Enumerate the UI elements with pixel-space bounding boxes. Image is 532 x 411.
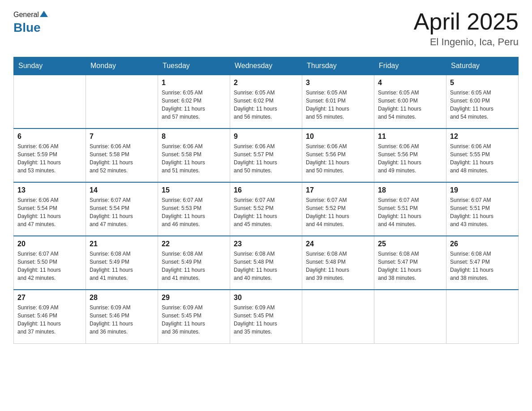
day-number: 12 [450,133,515,141]
day-number: 5 [450,79,515,87]
day-info: Sunrise: 6:06 AM Sunset: 5:59 PM Dayligh… [17,142,82,175]
day-info: Sunrise: 6:06 AM Sunset: 5:55 PM Dayligh… [450,142,515,175]
calendar-cell: 23Sunrise: 6:08 AM Sunset: 5:48 PM Dayli… [230,236,302,290]
calendar-cell: 1Sunrise: 6:05 AM Sunset: 6:02 PM Daylig… [158,75,230,128]
day-number: 6 [17,133,82,141]
day-number: 30 [234,294,298,302]
logo-area: General Blue [13,9,50,35]
day-info: Sunrise: 6:06 AM Sunset: 5:56 PM Dayligh… [378,142,442,175]
day-number: 26 [450,240,515,248]
calendar-header-sunday: Sunday [14,57,86,75]
calendar-header-saturday: Saturday [446,57,519,75]
calendar-cell: 21Sunrise: 6:08 AM Sunset: 5:49 PM Dayli… [86,236,158,290]
calendar-header-row: SundayMondayTuesdayWednesdayThursdayFrid… [14,57,519,75]
header: General Blue April 2025 El Ingenio, Ica,… [13,9,519,48]
day-number: 18 [378,186,442,194]
day-info: Sunrise: 6:07 AM Sunset: 5:51 PM Dayligh… [378,196,442,228]
day-number: 15 [162,186,226,194]
calendar-week-row: 27Sunrise: 6:09 AM Sunset: 5:46 PM Dayli… [14,290,519,343]
calendar-location: El Ingenio, Ica, Peru [414,36,519,48]
calendar-cell [446,290,519,343]
day-info: Sunrise: 6:06 AM Sunset: 5:56 PM Dayligh… [306,142,370,175]
calendar-cell: 7Sunrise: 6:06 AM Sunset: 5:58 PM Daylig… [86,128,158,182]
calendar-table: SundayMondayTuesdayWednesdayThursdayFrid… [13,57,519,344]
day-number: 24 [306,240,370,248]
day-info: Sunrise: 6:05 AM Sunset: 6:02 PM Dayligh… [234,89,298,121]
calendar-header-thursday: Thursday [302,57,374,75]
calendar-cell: 11Sunrise: 6:06 AM Sunset: 5:56 PM Dayli… [374,128,446,182]
calendar-week-row: 20Sunrise: 6:07 AM Sunset: 5:50 PM Dayli… [14,236,519,290]
day-info: Sunrise: 6:09 AM Sunset: 5:45 PM Dayligh… [162,304,226,336]
day-info: Sunrise: 6:05 AM Sunset: 6:00 PM Dayligh… [378,89,442,121]
day-info: Sunrise: 6:07 AM Sunset: 5:52 PM Dayligh… [306,196,370,228]
day-info: Sunrise: 6:08 AM Sunset: 5:48 PM Dayligh… [234,250,298,282]
day-info: Sunrise: 6:06 AM Sunset: 5:54 PM Dayligh… [17,196,82,228]
calendar-cell: 20Sunrise: 6:07 AM Sunset: 5:50 PM Dayli… [14,236,86,290]
day-info: Sunrise: 6:08 AM Sunset: 5:47 PM Dayligh… [378,250,442,282]
day-number: 14 [90,186,154,194]
calendar-cell: 22Sunrise: 6:08 AM Sunset: 5:49 PM Dayli… [158,236,230,290]
calendar-cell: 16Sunrise: 6:07 AM Sunset: 5:52 PM Dayli… [230,182,302,236]
calendar-cell: 25Sunrise: 6:08 AM Sunset: 5:47 PM Dayli… [374,236,446,290]
day-number: 21 [90,240,154,248]
calendar-cell [302,290,374,343]
calendar-cell: 15Sunrise: 6:07 AM Sunset: 5:53 PM Dayli… [158,182,230,236]
day-info: Sunrise: 6:07 AM Sunset: 5:54 PM Dayligh… [90,196,154,228]
day-info: Sunrise: 6:05 AM Sunset: 6:01 PM Dayligh… [306,89,370,121]
day-number: 4 [378,79,442,87]
day-number: 25 [378,240,442,248]
day-number: 3 [306,79,370,87]
day-info: Sunrise: 6:08 AM Sunset: 5:49 PM Dayligh… [90,250,154,282]
calendar-cell: 28Sunrise: 6:09 AM Sunset: 5:46 PM Dayli… [86,290,158,343]
day-number: 23 [234,240,298,248]
day-info: Sunrise: 6:08 AM Sunset: 5:49 PM Dayligh… [162,250,226,282]
day-number: 22 [162,240,226,248]
logo-triangle-icon [39,9,49,21]
day-info: Sunrise: 6:06 AM Sunset: 5:58 PM Dayligh… [162,142,226,175]
day-number: 13 [17,186,82,194]
calendar-cell: 6Sunrise: 6:06 AM Sunset: 5:59 PM Daylig… [14,128,86,182]
calendar-cell: 5Sunrise: 6:05 AM Sunset: 6:00 PM Daylig… [446,75,519,128]
calendar-cell: 9Sunrise: 6:06 AM Sunset: 5:57 PM Daylig… [230,128,302,182]
calendar-cell: 18Sunrise: 6:07 AM Sunset: 5:51 PM Dayli… [374,182,446,236]
day-number: 8 [162,133,226,141]
logo-blue-text: Blue [13,21,41,35]
day-info: Sunrise: 6:06 AM Sunset: 5:57 PM Dayligh… [234,142,298,175]
logo-general-text: General [13,11,39,19]
calendar-header-wednesday: Wednesday [230,57,302,75]
calendar-cell [14,75,86,128]
calendar-week-row: 6Sunrise: 6:06 AM Sunset: 5:59 PM Daylig… [14,128,519,182]
calendar-cell: 14Sunrise: 6:07 AM Sunset: 5:54 PM Dayli… [86,182,158,236]
day-number: 11 [378,133,442,141]
day-info: Sunrise: 6:07 AM Sunset: 5:51 PM Dayligh… [450,196,515,228]
calendar-cell: 4Sunrise: 6:05 AM Sunset: 6:00 PM Daylig… [374,75,446,128]
day-info: Sunrise: 6:08 AM Sunset: 5:48 PM Dayligh… [306,250,370,282]
day-number: 7 [90,133,154,141]
title-area: April 2025 El Ingenio, Ica, Peru [414,9,519,48]
day-number: 16 [234,186,298,194]
day-number: 29 [162,294,226,302]
day-info: Sunrise: 6:07 AM Sunset: 5:50 PM Dayligh… [17,250,82,282]
day-info: Sunrise: 6:07 AM Sunset: 5:52 PM Dayligh… [234,196,298,228]
day-number: 20 [17,240,82,248]
day-info: Sunrise: 6:09 AM Sunset: 5:46 PM Dayligh… [90,304,154,336]
calendar-header-monday: Monday [86,57,158,75]
day-info: Sunrise: 6:07 AM Sunset: 5:53 PM Dayligh… [162,196,226,228]
calendar-cell: 8Sunrise: 6:06 AM Sunset: 5:58 PM Daylig… [158,128,230,182]
logo: General [13,9,50,21]
calendar-cell: 26Sunrise: 6:08 AM Sunset: 5:47 PM Dayli… [446,236,519,290]
calendar-cell: 27Sunrise: 6:09 AM Sunset: 5:46 PM Dayli… [14,290,86,343]
calendar-header-friday: Friday [374,57,446,75]
calendar-cell: 2Sunrise: 6:05 AM Sunset: 6:02 PM Daylig… [230,75,302,128]
day-number: 1 [162,79,226,87]
calendar-header-tuesday: Tuesday [158,57,230,75]
calendar-cell: 24Sunrise: 6:08 AM Sunset: 5:48 PM Dayli… [302,236,374,290]
calendar-cell: 10Sunrise: 6:06 AM Sunset: 5:56 PM Dayli… [302,128,374,182]
day-number: 19 [450,186,515,194]
calendar-cell: 17Sunrise: 6:07 AM Sunset: 5:52 PM Dayli… [302,182,374,236]
day-number: 10 [306,133,370,141]
calendar-cell: 12Sunrise: 6:06 AM Sunset: 5:55 PM Dayli… [446,128,519,182]
day-info: Sunrise: 6:05 AM Sunset: 6:02 PM Dayligh… [162,89,226,121]
calendar-cell: 29Sunrise: 6:09 AM Sunset: 5:45 PM Dayli… [158,290,230,343]
calendar-cell: 19Sunrise: 6:07 AM Sunset: 5:51 PM Dayli… [446,182,519,236]
